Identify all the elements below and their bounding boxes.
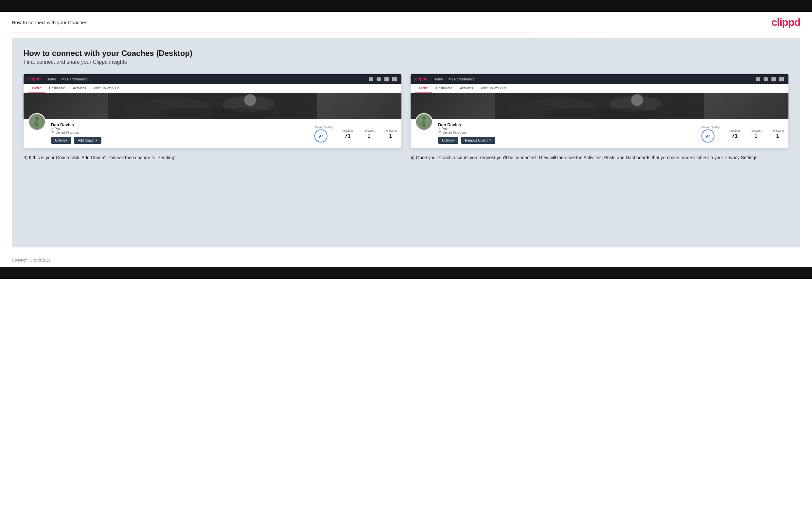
- tab-dashboard-1[interactable]: Dashboard: [45, 84, 69, 93]
- screenshot-col-1: clippd Home My Performance Profile: [23, 74, 401, 161]
- svg-point-6: [268, 103, 314, 119]
- mock-stats-1: Player Quality 97 Activities 71 Follower…: [314, 122, 397, 143]
- screenshot-col-2: clippd Home My Performance Profile: [411, 74, 789, 161]
- mock-profile-name-1: Dan Davies: [51, 122, 101, 127]
- mock-avatar-2: [415, 113, 433, 131]
- user-icon-1: [376, 77, 381, 81]
- add-coach-button-1[interactable]: Add Coach +: [74, 137, 101, 144]
- quality-label-2: Player Quality: [701, 125, 720, 129]
- mock-avatar-wrap-2: [415, 113, 433, 131]
- mock-logo-2: clippd: [415, 76, 427, 81]
- mock-nav-items-1: Home My Performance: [46, 77, 363, 81]
- following-value-1: 1: [385, 133, 397, 139]
- tab-activities-1[interactable]: Activities: [69, 84, 90, 93]
- mock-profile-left-2: Dan Davies ✓ Pro 📍 United Kingdom: [438, 122, 495, 144]
- mock-avatar-wrap-1: [28, 113, 46, 131]
- svg-point-3: [244, 94, 256, 106]
- activities-value-2: 71: [729, 133, 741, 139]
- copyright-text: Copyright Clippd 2022: [12, 258, 51, 263]
- mock-stat-activities-2: Activities 71: [729, 129, 741, 139]
- mock-nav-home-1: Home: [46, 77, 56, 81]
- tab-dashboard-2[interactable]: Dashboard: [432, 84, 456, 93]
- header: How to connect with your Coaches clippd: [0, 12, 812, 32]
- mock-nav-performance-1: My Performance: [61, 77, 88, 81]
- mock-profile-btns-1: Unfollow Add Coach +: [51, 137, 101, 144]
- mock-banner-2: [411, 93, 789, 119]
- mock-nav-items-2: Home My Performance: [434, 77, 750, 81]
- mock-profile-left-1: Dan Davies ✓ Pro 📍 United Kingdom: [51, 122, 101, 144]
- svg-point-5: [121, 99, 160, 119]
- mock-stat-following-1: Following 1: [385, 129, 397, 139]
- mock-stat-following-2: Following 1: [771, 129, 784, 139]
- page-subheading: Find, connect and share your Clippd insi…: [23, 59, 789, 65]
- mock-profile-btns-2: Unfollow Remove Coach ✕: [438, 137, 495, 144]
- unfollow-button-1[interactable]: Unfollow: [51, 137, 71, 144]
- mock-stat-quality-1: Player Quality 97: [314, 125, 333, 143]
- mock-profile-location-1: 📍 United Kingdom: [51, 131, 101, 134]
- mock-tabs-2: Profile Dashboard Activities What To Wor…: [411, 84, 789, 93]
- tab-what-to-work-on-2[interactable]: What To Work On: [477, 84, 511, 93]
- mock-banner-1: [23, 93, 401, 119]
- svg-point-8: [36, 117, 39, 120]
- followers-value-1: 1: [362, 133, 375, 139]
- mock-nav-performance-2: My Performance: [449, 77, 475, 81]
- svg-point-20: [655, 103, 701, 119]
- mock-profile-name-2: Dan Davies: [438, 122, 495, 127]
- tab-what-to-work-on-1[interactable]: What To Work On: [90, 84, 124, 93]
- tab-activities-2[interactable]: Activities: [456, 84, 477, 93]
- quality-circle-1: 97: [314, 129, 327, 143]
- quality-label-1: Player Quality: [314, 125, 333, 129]
- followers-label-2: Followers: [750, 129, 762, 132]
- svg-point-22: [423, 117, 426, 120]
- mock-stats-2: Player Quality 97 Activities 71 Follower…: [701, 122, 784, 143]
- activities-label-2: Activities: [729, 129, 741, 132]
- followers-value-2: 1: [750, 133, 762, 139]
- unfollow-button-2[interactable]: Unfollow: [438, 137, 458, 144]
- search-icon-2: [756, 77, 760, 81]
- svg-point-19: [508, 99, 547, 119]
- header-divider: [12, 32, 800, 33]
- remove-coach-button[interactable]: Remove Coach ✕: [461, 137, 495, 144]
- mock-profile-role-1: ✓ Pro: [51, 127, 101, 131]
- mock-stat-quality-2: Player Quality 97: [701, 125, 720, 143]
- quality-circle-2: 97: [701, 129, 714, 143]
- search-icon-1: [369, 77, 373, 81]
- following-label-2: Following: [771, 129, 784, 132]
- mock-profile-role-2: ✓ Pro: [438, 127, 495, 131]
- mock-tabs-1: Profile Dashboard Activities What To Wor…: [23, 84, 401, 93]
- bottom-bar: [0, 267, 812, 279]
- mock-logo-1: clippd: [28, 76, 41, 81]
- screenshot-frame-2: clippd Home My Performance Profile: [411, 74, 789, 149]
- mock-profile-section-1: Dan Davies ✓ Pro 📍 United Kingdom: [23, 119, 401, 149]
- footer: Copyright Clippd 2022: [0, 253, 812, 267]
- top-bar: [0, 0, 812, 12]
- user-icon-2: [764, 77, 768, 81]
- following-label-1: Following: [385, 129, 397, 132]
- screenshot-frame-1: clippd Home My Performance Profile: [23, 74, 401, 149]
- page-heading: How to connect with your Coaches (Deskto…: [23, 49, 789, 58]
- mock-avatar-1: [28, 113, 46, 131]
- tab-profile-1[interactable]: Profile: [28, 84, 45, 93]
- activities-value-1: 71: [342, 133, 354, 139]
- tab-profile-2[interactable]: Profile: [415, 84, 432, 93]
- mock-nav-home-2: Home: [434, 77, 443, 81]
- step-description-1: 3) If this is your Coach click 'Add Coac…: [23, 154, 401, 161]
- activities-label-1: Activities: [342, 129, 354, 132]
- globe-icon-2: [779, 77, 784, 81]
- step-description-2: 4) Once your Coach accepts your request …: [411, 154, 789, 161]
- svg-point-17: [631, 94, 643, 106]
- followers-label-1: Followers: [362, 129, 375, 132]
- following-value-2: 1: [771, 133, 784, 139]
- mock-nav-2: clippd Home My Performance: [411, 74, 789, 84]
- mock-profile-details-2: Dan Davies ✓ Pro 📍 United Kingdom: [438, 122, 784, 144]
- clippd-logo: clippd: [771, 16, 800, 29]
- settings-icon-2: [771, 77, 776, 81]
- mock-stat-activities-1: Activities 71: [342, 129, 354, 139]
- mock-stat-followers-1: Followers 1: [362, 129, 375, 139]
- mock-profile-details-1: Dan Davies ✓ Pro 📍 United Kingdom: [51, 122, 397, 144]
- mock-stat-followers-2: Followers 1: [750, 129, 762, 139]
- settings-icon-1: [385, 77, 389, 81]
- mock-nav-1: clippd Home My Performance: [23, 74, 401, 84]
- header-title: How to connect with your Coaches: [12, 19, 87, 25]
- mock-profile-location-2: 📍 United Kingdom: [438, 131, 495, 134]
